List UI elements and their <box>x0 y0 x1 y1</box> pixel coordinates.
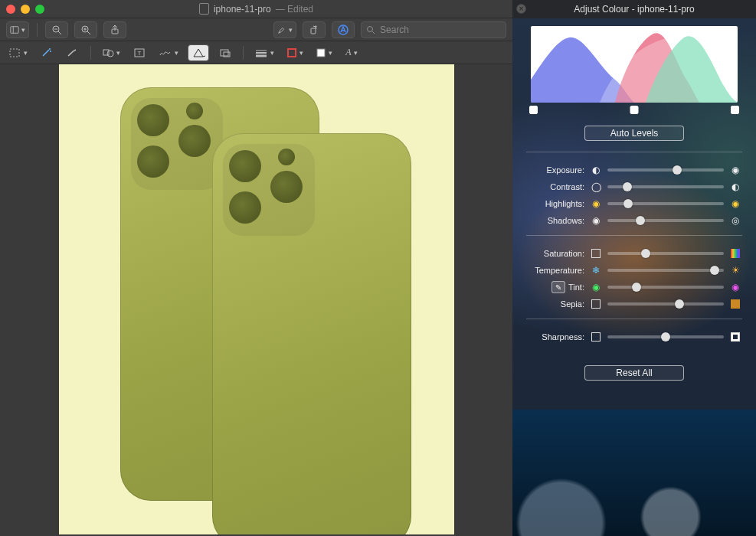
exposure-label: Exposure: <box>526 165 584 175</box>
highlights-thumb[interactable] <box>623 199 633 208</box>
main-toolbar: Search <box>0 18 512 41</box>
contrast-thumb[interactable] <box>623 182 632 191</box>
markup-icon <box>337 24 349 36</box>
panel-title-text: Adjust Colour - iphone-11-pro <box>574 4 694 15</box>
exposure-slider[interactable] <box>607 168 724 172</box>
adjust-color-button[interactable] <box>188 44 209 61</box>
adjust-size-button[interactable] <box>215 44 235 61</box>
shadows-slider[interactable] <box>607 219 724 222</box>
border-color-icon <box>286 47 297 58</box>
histogram[interactable] <box>531 26 738 103</box>
lens-icon <box>270 171 303 203</box>
sharpness-slider[interactable] <box>607 335 724 338</box>
toolbar-separator <box>243 46 244 60</box>
panel-close-button[interactable] <box>516 4 526 14</box>
slider-group-tone: Exposure: ◐ ◉ Contrast: ◯ ◐ <box>526 162 742 229</box>
share-button[interactable] <box>103 21 126 38</box>
instant-alpha-button[interactable] <box>37 44 57 61</box>
traffic-lights <box>6 5 44 14</box>
highlights-slider[interactable] <box>607 202 724 205</box>
sepia-thumb[interactable] <box>675 299 684 309</box>
pencil-icon <box>67 47 79 58</box>
shapes-icon <box>102 47 114 58</box>
view-menu-button[interactable] <box>6 21 29 38</box>
svg-line-6 <box>87 31 90 34</box>
lens-icon <box>178 125 211 157</box>
search-field[interactable]: Search <box>361 21 506 38</box>
sharpness-low-icon <box>589 332 603 342</box>
highlight-button[interactable] <box>273 21 296 38</box>
svg-rect-15 <box>10 49 19 57</box>
highlights-label: Highlights: <box>526 199 584 208</box>
sign-button[interactable] <box>155 44 182 61</box>
rotate-button[interactable] <box>303 21 326 38</box>
border-style-button[interactable] <box>251 44 277 61</box>
close-window-button[interactable] <box>6 5 15 14</box>
window-filename: iphone-11-pro <box>214 4 271 15</box>
exposure-thumb[interactable] <box>673 165 682 175</box>
minimize-window-button[interactable] <box>21 5 30 14</box>
svg-point-20 <box>107 51 113 57</box>
selection-tool-button[interactable] <box>6 44 31 61</box>
sharpness-high-icon <box>728 332 742 342</box>
sharpness-thumb[interactable] <box>661 332 670 342</box>
flash-icon <box>278 149 295 165</box>
markup-toolbar: T <box>0 41 512 64</box>
levels-track[interactable] <box>531 104 738 116</box>
fill-color-button[interactable] <box>313 44 335 61</box>
tint-thumb[interactable] <box>632 283 641 292</box>
shadows-thumb[interactable] <box>636 216 645 225</box>
levels-handle-white[interactable] <box>731 106 739 114</box>
sepia-row: Sepia: <box>526 296 742 312</box>
levels-handle-mid[interactable] <box>630 106 639 114</box>
contrast-slider[interactable] <box>607 185 724 188</box>
lines-icon <box>254 48 268 57</box>
camera-bump <box>223 144 315 236</box>
image-canvas[interactable] <box>0 64 512 536</box>
text-button[interactable]: T <box>129 44 149 61</box>
tint-eyedropper-button[interactable]: ✎ <box>551 281 565 293</box>
temperature-slider[interactable] <box>607 269 724 272</box>
zoom-out-button[interactable] <box>45 21 68 38</box>
window-title: iphone-11-pro — Edited <box>0 3 512 15</box>
camera-bump <box>131 98 223 190</box>
sepia-high-icon <box>728 299 742 309</box>
text-icon: T <box>134 47 145 58</box>
sepia-low-icon <box>589 299 603 309</box>
shapes-button[interactable] <box>99 44 123 61</box>
divider <box>526 235 742 236</box>
wand-icon <box>41 47 53 58</box>
auto-levels-button[interactable]: Auto Levels <box>584 126 684 141</box>
lens-icon <box>229 150 261 182</box>
fullscreen-window-button[interactable] <box>35 5 44 14</box>
temperature-label: Temperature: <box>526 266 584 275</box>
levels-handle-black[interactable] <box>529 106 538 114</box>
sepia-label: Sepia: <box>526 299 584 309</box>
font-style-button[interactable]: A <box>342 44 362 61</box>
exposure-low-icon: ◐ <box>589 165 603 175</box>
contrast-high-icon: ◐ <box>728 181 742 192</box>
image-content <box>59 64 454 534</box>
svg-line-3 <box>58 31 61 34</box>
shadows-high-icon: ◎ <box>728 215 742 226</box>
sketch-button[interactable] <box>63 44 83 61</box>
svg-rect-11 <box>311 28 316 34</box>
shadows-label: Shadows: <box>526 216 584 225</box>
markup-toggle-button[interactable] <box>332 21 355 38</box>
saturation-slider[interactable] <box>607 252 724 255</box>
temperature-thumb[interactable] <box>710 266 719 275</box>
phone-front <box>212 133 411 534</box>
tint-slider[interactable] <box>607 286 724 289</box>
fill-color-icon <box>316 47 326 58</box>
preview-window: iphone-11-pro — Edited <box>0 0 512 536</box>
sepia-slider[interactable] <box>607 302 724 306</box>
font-icon: A <box>345 47 351 58</box>
saturation-thumb[interactable] <box>641 249 650 258</box>
zoom-in-icon <box>80 25 91 35</box>
reset-all-button[interactable]: Reset All <box>584 365 684 381</box>
svg-rect-19 <box>103 50 109 55</box>
zoom-in-button[interactable] <box>74 21 97 38</box>
border-color-button[interactable] <box>283 44 306 61</box>
svg-rect-30 <box>317 49 325 57</box>
toolbar-separator <box>90 46 91 60</box>
